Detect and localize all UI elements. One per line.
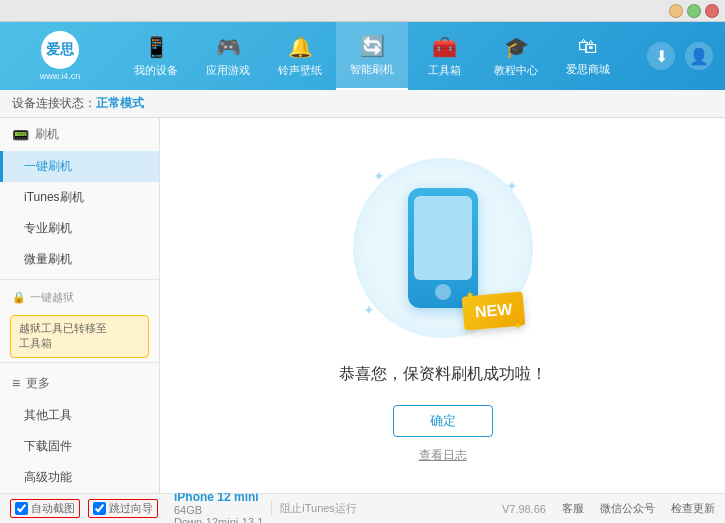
toolbox-icon: 🧰 xyxy=(432,35,457,59)
more-section-label: 更多 xyxy=(26,375,50,392)
maximize-button[interactable] xyxy=(687,4,701,18)
nav-my-device-label: 我的设备 xyxy=(134,63,178,78)
version-text: V7.98.66 xyxy=(502,503,546,515)
sidebar-item-itunes-flash[interactable]: iTunes刷机 xyxy=(0,182,159,213)
logo-area: 爱思 www.i4.cn xyxy=(0,23,120,89)
lock-icon: 🔒 xyxy=(12,291,26,304)
support-link[interactable]: 客服 xyxy=(562,501,584,516)
ringtone-icon: 🔔 xyxy=(288,35,313,59)
phone-illustration: ✦ ✦ ✦ NEW xyxy=(343,148,543,348)
smart-flash-icon: 🔄 xyxy=(360,34,385,58)
nav-tutorial[interactable]: 🎓 教程中心 xyxy=(480,22,552,90)
nav-app-game-label: 应用游戏 xyxy=(206,63,250,78)
sidebar-section-flash: 📟 刷机 xyxy=(0,118,159,151)
app-game-icon: 🎮 xyxy=(216,35,241,59)
logo-text: 爱思 xyxy=(46,41,74,59)
sparkle-2: ✦ xyxy=(506,178,518,194)
device-storage: 64GB xyxy=(174,504,263,516)
sidebar-divider-2 xyxy=(0,362,159,363)
phone-screen xyxy=(414,196,472,280)
sidebar-notice: 越狱工具已转移至 工具箱 xyxy=(10,315,149,358)
logo-subtitle: www.i4.cn xyxy=(40,71,81,81)
sidebar-section-more: ≡ 更多 xyxy=(0,367,159,400)
sparkle-1: ✦ xyxy=(373,168,385,184)
status-bar: 设备连接状态： 正常模式 xyxy=(0,90,725,118)
wechat-link[interactable]: 微信公众号 xyxy=(600,501,655,516)
new-badge: NEW xyxy=(462,291,526,330)
sidebar-item-restore-flash[interactable]: 微量刷机 xyxy=(0,244,159,275)
bottom-bar: 自动截图 跳过向导 iPhone 12 mini 64GB Down-12min… xyxy=(0,493,725,523)
sidebar-item-pro-flash[interactable]: 专业刷机 xyxy=(0,213,159,244)
nav-ringtone-label: 铃声壁纸 xyxy=(278,63,322,78)
sidebar: 📟 刷机 一键刷机 iTunes刷机 专业刷机 微量刷机 🔒 一键越狱 越狱工具… xyxy=(0,118,160,493)
jailbreak-label: 一键越狱 xyxy=(30,290,74,305)
nav-shop[interactable]: 🛍 爱思商城 xyxy=(552,22,624,90)
skip-guide-checkbox[interactable]: 跳过向导 xyxy=(88,499,158,518)
skip-guide-input[interactable] xyxy=(93,502,106,515)
days-link[interactable]: 查看日志 xyxy=(419,447,467,464)
confirm-button[interactable]: 确定 xyxy=(393,405,493,437)
sparkle-3: ✦ xyxy=(363,302,375,318)
tutorial-icon: 🎓 xyxy=(504,35,529,59)
logo-icon: 爱思 xyxy=(41,31,79,69)
my-device-icon: 📱 xyxy=(144,35,169,59)
sidebar-item-advanced[interactable]: 高级功能 xyxy=(0,462,159,493)
nav-my-device[interactable]: 📱 我的设备 xyxy=(120,22,192,90)
flash-section-icon: 📟 xyxy=(12,127,29,143)
skip-guide-label: 跳过向导 xyxy=(109,501,153,516)
nav-smart-flash[interactable]: 🔄 智能刷机 xyxy=(336,22,408,90)
auto-send-label: 自动截图 xyxy=(31,501,75,516)
nav-toolbox[interactable]: 🧰 工具箱 xyxy=(408,22,480,90)
phone-home-button xyxy=(435,284,451,300)
itunes-status: 阻止iTunes运行 xyxy=(271,501,357,516)
sidebar-divider-1 xyxy=(0,279,159,280)
header: 爱思 www.i4.cn 📱 我的设备 🎮 应用游戏 🔔 铃声壁纸 🔄 智能刷机… xyxy=(0,22,725,90)
close-button[interactable] xyxy=(705,4,719,18)
shop-icon: 🛍 xyxy=(578,35,598,58)
download-button[interactable]: ⬇ xyxy=(647,42,675,70)
device-version: Down-12mini-13,1 xyxy=(174,516,263,524)
device-info: iPhone 12 mini 64GB Down-12mini-13,1 xyxy=(174,490,263,524)
sidebar-item-other-tools[interactable]: 其他工具 xyxy=(0,400,159,431)
sidebar-item-download-firmware[interactable]: 下载固件 xyxy=(0,431,159,462)
nav-toolbox-label: 工具箱 xyxy=(428,63,461,78)
bottom-left: 自动截图 跳过向导 iPhone 12 mini 64GB Down-12min… xyxy=(10,490,502,524)
nav-shop-label: 爱思商城 xyxy=(566,62,610,77)
flash-section-label: 刷机 xyxy=(35,126,59,143)
update-link[interactable]: 检查更新 xyxy=(671,501,715,516)
status-prefix: 设备连接状态： xyxy=(12,95,96,112)
nav-tutorial-label: 教程中心 xyxy=(494,63,538,78)
content-area: ✦ ✦ ✦ NEW 恭喜您，保资料刷机成功啦！ 确定 查看日志 xyxy=(160,118,725,493)
user-button[interactable]: 👤 xyxy=(685,42,713,70)
nav-smart-flash-label: 智能刷机 xyxy=(350,62,394,77)
success-text: 恭喜您，保资料刷机成功啦！ xyxy=(339,364,547,385)
minimize-button[interactable] xyxy=(669,4,683,18)
auto-send-input[interactable] xyxy=(15,502,28,515)
bottom-right: V7.98.66 客服 微信公众号 检查更新 xyxy=(502,501,715,516)
nav-bar: 📱 我的设备 🎮 应用游戏 🔔 铃声壁纸 🔄 智能刷机 🧰 工具箱 🎓 教程中心… xyxy=(120,22,647,90)
nav-app-game[interactable]: 🎮 应用游戏 xyxy=(192,22,264,90)
nav-ringtone[interactable]: 🔔 铃声壁纸 xyxy=(264,22,336,90)
itunes-status-text: 阻止iTunes运行 xyxy=(280,501,357,516)
main-content: 📟 刷机 一键刷机 iTunes刷机 专业刷机 微量刷机 🔒 一键越狱 越狱工具… xyxy=(0,118,725,493)
header-right: ⬇ 👤 xyxy=(647,42,725,70)
title-bar xyxy=(0,0,725,22)
sidebar-item-one-click-flash[interactable]: 一键刷机 xyxy=(0,151,159,182)
auto-send-checkbox[interactable]: 自动截图 xyxy=(10,499,80,518)
status-mode: 正常模式 xyxy=(96,95,144,112)
more-section-icon: ≡ xyxy=(12,375,20,391)
sidebar-jailbreak-locked: 🔒 一键越狱 xyxy=(0,284,159,311)
